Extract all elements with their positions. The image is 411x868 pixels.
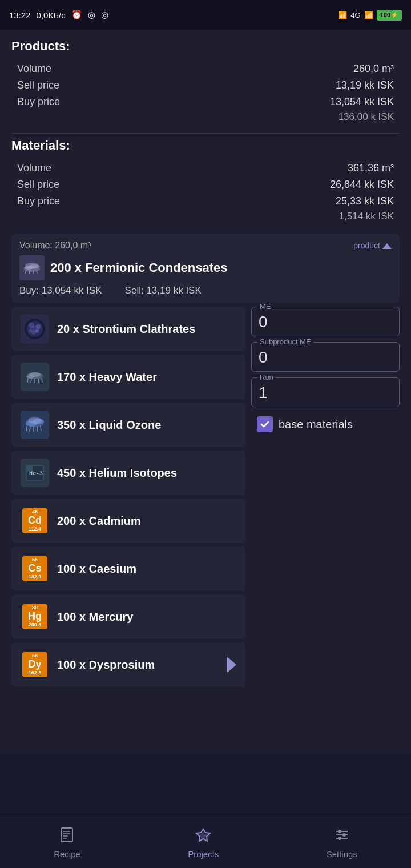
products-volume-row: Volume 260,0 m³ xyxy=(11,61,400,77)
base-materials-label: base materials xyxy=(279,418,353,431)
cadmium-qty: 200 x Cadmium xyxy=(57,515,141,528)
materials-buy-label: Buy price xyxy=(17,195,60,207)
signal-icon2: 📶 xyxy=(364,11,373,19)
list-item[interactable]: He-3 450 x Helium Isotopes xyxy=(11,451,245,495)
location-icon: ◎ xyxy=(88,10,95,20)
products-buy-label: Buy price xyxy=(17,96,60,108)
list-item[interactable]: 55 Cs 132.9 100 x Caesium xyxy=(11,546,245,591)
materials-volume-row: Volume 361,36 m³ xyxy=(11,160,400,176)
base-materials-checkbox-row[interactable]: base materials xyxy=(251,413,400,436)
product-card: Volume: 260,0 m³ product 200 x Fermionic… xyxy=(11,234,400,303)
signal4g: 4G xyxy=(350,11,360,19)
run-label: Run xyxy=(257,373,276,381)
subproduct-me-label: Subproduct ME xyxy=(257,337,313,346)
products-buy-row: Buy price 13,054 kk ISK xyxy=(11,94,400,110)
time: 13:22 xyxy=(9,10,31,20)
product-name: 200 x Fermionic Condensates xyxy=(50,260,228,275)
materials-sell-value: 26,844 kk ISK xyxy=(330,179,394,191)
list-item[interactable]: 48 Cd 112.4 200 x Cadmium xyxy=(11,499,245,543)
product-toggle-button[interactable]: product xyxy=(353,241,392,250)
heavy-water-icon xyxy=(21,363,49,391)
svg-rect-24 xyxy=(27,466,33,472)
signal-icon: 📶 xyxy=(338,11,347,19)
svg-rect-25 xyxy=(61,828,72,842)
run-field-group[interactable]: Run 1 xyxy=(251,377,400,407)
products-volume-label: Volume xyxy=(17,63,51,75)
svg-point-14 xyxy=(29,372,41,377)
nav-recipe[interactable]: Recipe xyxy=(42,823,92,862)
products-volume-value: 260,0 m³ xyxy=(353,63,394,75)
clock-icon: ⏰ xyxy=(71,10,82,20)
materials-section: Materials: Volume 361,36 m³ Sell price 2… xyxy=(11,138,400,228)
materials-buy-row: Buy price 25,33 kk ISK xyxy=(11,193,400,210)
materials-sell-row: Sell price 26,844 kk ISK xyxy=(11,176,400,193)
materials-volume-value: 361,36 m³ xyxy=(348,162,394,174)
sync-icon: ◎ xyxy=(101,10,108,20)
dysprosium-qty: 100 x Dysprosium xyxy=(57,658,155,672)
product-card-volume: Volume: 260,0 m³ xyxy=(19,240,91,251)
products-sell-row: Sell price 13,19 kk ISK xyxy=(11,77,400,94)
list-item[interactable]: 20 x Strontium Clathrates xyxy=(11,307,245,351)
materials-sell-label: Sell price xyxy=(17,179,59,191)
subproduct-me-field-group[interactable]: Subproduct ME 0 xyxy=(251,342,400,372)
me-label: ME xyxy=(257,302,273,311)
nav-projects[interactable]: Projects xyxy=(176,823,230,862)
cadmium-icon: 48 Cd 112.4 xyxy=(21,507,49,535)
subproduct-me-value[interactable]: 0 xyxy=(259,346,392,367)
liquid-ozone-icon xyxy=(21,411,49,439)
product-icon xyxy=(19,255,45,280)
base-materials-checkbox[interactable] xyxy=(257,416,273,432)
fields-panel: ME 0 Subproduct ME 0 Run 1 base material… xyxy=(251,307,400,436)
recipe-icon xyxy=(59,827,75,847)
nav-projects-label: Projects xyxy=(188,849,219,859)
products-section: Products: Volume 260,0 m³ Sell price 13,… xyxy=(11,39,400,128)
product-toggle-label: product xyxy=(353,241,380,250)
status-bar: 13:22 0,0КБ/с ⏰ ◎ ◎ 📶 4G 📶 100⚡ xyxy=(0,0,411,30)
list-item[interactable]: 170 x Heavy Water xyxy=(11,355,245,399)
products-profit-value: 136,00 k ISK xyxy=(339,111,394,123)
svg-point-36 xyxy=(342,833,346,837)
svg-point-3 xyxy=(25,263,39,268)
battery-icon: 100⚡ xyxy=(377,10,402,21)
helium-qty: 450 x Helium Isotopes xyxy=(57,467,177,480)
products-profit-row: 136,00 k ISK xyxy=(11,110,400,128)
materials-header: Materials: xyxy=(11,138,400,153)
network-speed: 0,0КБ/с xyxy=(37,10,66,20)
list-item[interactable]: 66 Dy 162.5 100 x Dysprosium xyxy=(11,642,245,687)
product-sell-price: Sell: 13,19 kk ISK xyxy=(125,285,202,296)
materials-profit-row: 1,514 kk ISK xyxy=(11,210,400,228)
svg-point-35 xyxy=(338,830,341,833)
svg-point-19 xyxy=(28,417,42,424)
nav-recipe-label: Recipe xyxy=(54,849,80,859)
run-value[interactable]: 1 xyxy=(259,381,392,402)
materials-buy-value: 25,33 kk ISK xyxy=(336,195,394,207)
dysprosium-icon: 66 Dy 162.5 xyxy=(21,650,49,679)
me-field-group[interactable]: ME 0 xyxy=(251,307,400,336)
nav-settings-label: Settings xyxy=(327,849,357,859)
liquid-ozone-qty: 350 x Liquid Ozone xyxy=(57,419,161,432)
caesium-icon: 55 Cs 132.9 xyxy=(21,554,49,583)
product-buy-price: Buy: 13,054 kk ISK xyxy=(19,285,102,296)
caesium-qty: 100 x Caesium xyxy=(57,562,136,576)
chevron-up-icon xyxy=(382,243,392,249)
materials-list: ME 0 Subproduct ME 0 Run 1 base material… xyxy=(11,307,400,687)
list-item[interactable]: 80 Hg 200.6 100 x Mercury xyxy=(11,594,245,639)
list-item[interactable]: 350 x Liquid Ozone xyxy=(11,403,245,447)
nav-settings[interactable]: Settings xyxy=(315,823,369,862)
products-header: Products: xyxy=(11,39,400,54)
products-buy-value: 13,054 kk ISK xyxy=(330,96,394,108)
products-sell-label: Sell price xyxy=(17,79,59,91)
products-sell-value: 13,19 kk ISK xyxy=(336,79,394,91)
dysprosium-expand-icon[interactable] xyxy=(227,657,236,673)
svg-point-37 xyxy=(338,837,341,840)
heavy-water-qty: 170 x Heavy Water xyxy=(57,371,157,384)
strontium-icon xyxy=(21,315,49,343)
mercury-icon: 80 Hg 200.6 xyxy=(21,602,49,631)
helium-icon: He-3 xyxy=(21,459,49,487)
projects-icon xyxy=(195,827,211,847)
strontium-qty: 20 x Strontium Clathrates xyxy=(57,323,195,336)
settings-icon xyxy=(334,827,350,847)
bottom-nav: Recipe Projects Settings xyxy=(0,817,411,868)
mercury-qty: 100 x Mercury xyxy=(57,610,133,624)
me-value[interactable]: 0 xyxy=(259,311,392,331)
